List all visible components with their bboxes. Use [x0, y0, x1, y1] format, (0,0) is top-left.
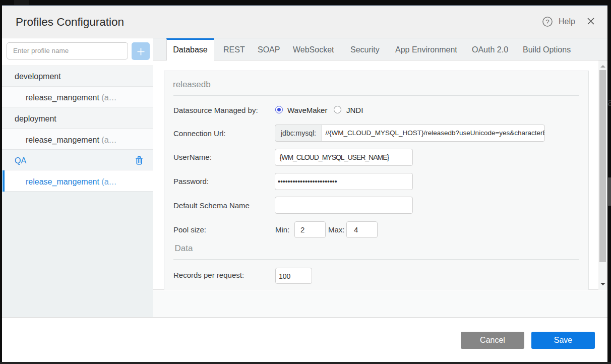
- svg-text:?: ?: [545, 18, 549, 26]
